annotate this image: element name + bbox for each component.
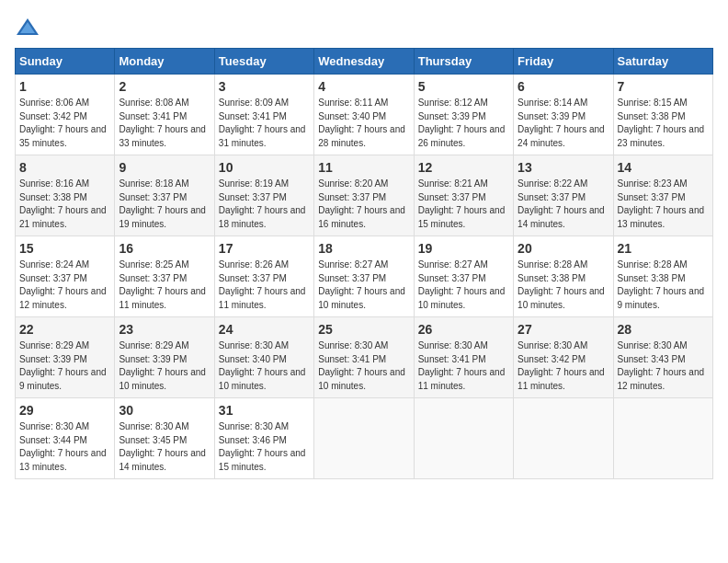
calendar-cell: 23Sunrise: 8:29 AMSunset: 3:39 PMDayligh… bbox=[115, 317, 214, 398]
col-saturday: Saturday bbox=[613, 49, 712, 75]
day-number: 24 bbox=[219, 322, 310, 337]
calendar-week-row: 22Sunrise: 8:29 AMSunset: 3:39 PMDayligh… bbox=[16, 317, 713, 398]
header-row: Sunday Monday Tuesday Wednesday Thursday… bbox=[16, 49, 713, 75]
day-number: 25 bbox=[318, 322, 409, 337]
calendar-cell: 9Sunrise: 8:18 AMSunset: 3:37 PMDaylight… bbox=[115, 155, 214, 236]
day-info: Sunrise: 8:14 AMSunset: 3:39 PMDaylight:… bbox=[518, 97, 609, 150]
day-number: 13 bbox=[518, 160, 609, 175]
calendar-cell: 15Sunrise: 8:24 AMSunset: 3:37 PMDayligh… bbox=[16, 236, 115, 317]
calendar-cell: 30Sunrise: 8:30 AMSunset: 3:45 PMDayligh… bbox=[115, 398, 214, 479]
calendar-cell: 24Sunrise: 8:30 AMSunset: 3:40 PMDayligh… bbox=[214, 317, 313, 398]
day-info: Sunrise: 8:25 AMSunset: 3:37 PMDaylight:… bbox=[119, 259, 210, 312]
day-info: Sunrise: 8:30 AMSunset: 3:44 PMDaylight:… bbox=[19, 420, 110, 474]
day-info: Sunrise: 8:20 AMSunset: 3:37 PMDaylight:… bbox=[318, 178, 409, 231]
calendar-cell: 11Sunrise: 8:20 AMSunset: 3:37 PMDayligh… bbox=[314, 155, 414, 236]
calendar-cell: 13Sunrise: 8:22 AMSunset: 3:37 PMDayligh… bbox=[514, 155, 613, 236]
calendar-cell: 27Sunrise: 8:30 AMSunset: 3:42 PMDayligh… bbox=[514, 317, 613, 398]
day-info: Sunrise: 8:12 AMSunset: 3:39 PMDaylight:… bbox=[418, 97, 509, 150]
day-info: Sunrise: 8:19 AMSunset: 3:37 PMDaylight:… bbox=[219, 178, 310, 231]
day-number: 19 bbox=[418, 241, 509, 256]
day-info: Sunrise: 8:22 AMSunset: 3:37 PMDaylight:… bbox=[518, 178, 609, 231]
calendar-header: Sunday Monday Tuesday Wednesday Thursday… bbox=[16, 49, 713, 75]
logo-icon bbox=[15, 15, 40, 40]
calendar-cell: 22Sunrise: 8:29 AMSunset: 3:39 PMDayligh… bbox=[16, 317, 115, 398]
day-number: 9 bbox=[119, 160, 210, 175]
calendar-cell bbox=[514, 398, 613, 479]
day-number: 30 bbox=[119, 403, 210, 418]
calendar-cell: 17Sunrise: 8:26 AMSunset: 3:37 PMDayligh… bbox=[214, 236, 313, 317]
calendar-cell: 2Sunrise: 8:08 AMSunset: 3:41 PMDaylight… bbox=[115, 75, 214, 155]
day-number: 8 bbox=[19, 160, 110, 175]
calendar-cell: 26Sunrise: 8:30 AMSunset: 3:41 PMDayligh… bbox=[414, 317, 513, 398]
calendar-cell: 12Sunrise: 8:21 AMSunset: 3:37 PMDayligh… bbox=[414, 155, 513, 236]
calendar-cell: 19Sunrise: 8:27 AMSunset: 3:37 PMDayligh… bbox=[414, 236, 513, 317]
day-info: Sunrise: 8:15 AMSunset: 3:38 PMDaylight:… bbox=[618, 97, 709, 150]
day-info: Sunrise: 8:21 AMSunset: 3:37 PMDaylight:… bbox=[418, 178, 509, 231]
day-info: Sunrise: 8:11 AMSunset: 3:40 PMDaylight:… bbox=[318, 97, 409, 150]
calendar-cell bbox=[414, 398, 513, 479]
day-number: 10 bbox=[219, 160, 310, 175]
day-number: 22 bbox=[19, 322, 110, 337]
col-tuesday: Tuesday bbox=[214, 49, 313, 75]
header bbox=[15, 15, 713, 40]
day-info: Sunrise: 8:30 AMSunset: 3:41 PMDaylight:… bbox=[318, 339, 409, 393]
calendar-week-row: 1Sunrise: 8:06 AMSunset: 3:42 PMDaylight… bbox=[16, 75, 713, 155]
day-info: Sunrise: 8:30 AMSunset: 3:43 PMDaylight:… bbox=[618, 339, 709, 393]
day-number: 6 bbox=[518, 79, 609, 94]
day-info: Sunrise: 8:28 AMSunset: 3:38 PMDaylight:… bbox=[518, 259, 609, 312]
calendar-cell: 4Sunrise: 8:11 AMSunset: 3:40 PMDaylight… bbox=[314, 75, 414, 155]
day-number: 27 bbox=[518, 322, 609, 337]
day-info: Sunrise: 8:08 AMSunset: 3:41 PMDaylight:… bbox=[119, 97, 210, 150]
day-number: 31 bbox=[219, 403, 310, 418]
day-number: 26 bbox=[418, 322, 509, 337]
day-number: 1 bbox=[19, 79, 110, 94]
calendar-cell bbox=[613, 398, 712, 479]
day-info: Sunrise: 8:26 AMSunset: 3:37 PMDaylight:… bbox=[219, 259, 310, 312]
day-info: Sunrise: 8:09 AMSunset: 3:41 PMDaylight:… bbox=[219, 97, 310, 150]
day-number: 29 bbox=[19, 403, 110, 418]
calendar-cell: 25Sunrise: 8:30 AMSunset: 3:41 PMDayligh… bbox=[314, 317, 414, 398]
calendar-cell: 28Sunrise: 8:30 AMSunset: 3:43 PMDayligh… bbox=[613, 317, 712, 398]
calendar-cell: 1Sunrise: 8:06 AMSunset: 3:42 PMDaylight… bbox=[16, 75, 115, 155]
day-info: Sunrise: 8:30 AMSunset: 3:46 PMDaylight:… bbox=[219, 420, 310, 474]
day-info: Sunrise: 8:28 AMSunset: 3:38 PMDaylight:… bbox=[618, 259, 709, 312]
day-number: 28 bbox=[618, 322, 709, 337]
calendar-cell: 5Sunrise: 8:12 AMSunset: 3:39 PMDaylight… bbox=[414, 75, 513, 155]
logo bbox=[15, 15, 44, 40]
calendar-table: Sunday Monday Tuesday Wednesday Thursday… bbox=[15, 48, 713, 479]
day-info: Sunrise: 8:30 AMSunset: 3:45 PMDaylight:… bbox=[119, 420, 210, 474]
calendar-cell: 7Sunrise: 8:15 AMSunset: 3:38 PMDaylight… bbox=[613, 75, 712, 155]
day-number: 14 bbox=[618, 160, 709, 175]
calendar-week-row: 8Sunrise: 8:16 AMSunset: 3:38 PMDaylight… bbox=[16, 155, 713, 236]
day-number: 5 bbox=[418, 79, 509, 94]
col-wednesday: Wednesday bbox=[314, 49, 414, 75]
day-number: 7 bbox=[618, 79, 709, 94]
calendar-body: 1Sunrise: 8:06 AMSunset: 3:42 PMDaylight… bbox=[16, 75, 713, 479]
calendar-cell: 18Sunrise: 8:27 AMSunset: 3:37 PMDayligh… bbox=[314, 236, 414, 317]
calendar-cell: 8Sunrise: 8:16 AMSunset: 3:38 PMDaylight… bbox=[16, 155, 115, 236]
calendar-week-row: 15Sunrise: 8:24 AMSunset: 3:37 PMDayligh… bbox=[16, 236, 713, 317]
calendar-cell: 21Sunrise: 8:28 AMSunset: 3:38 PMDayligh… bbox=[613, 236, 712, 317]
day-number: 20 bbox=[518, 241, 609, 256]
day-number: 2 bbox=[119, 79, 210, 94]
calendar-week-row: 29Sunrise: 8:30 AMSunset: 3:44 PMDayligh… bbox=[16, 398, 713, 479]
day-number: 4 bbox=[318, 79, 409, 94]
day-number: 17 bbox=[219, 241, 310, 256]
day-info: Sunrise: 8:18 AMSunset: 3:37 PMDaylight:… bbox=[119, 178, 210, 231]
day-info: Sunrise: 8:30 AMSunset: 3:41 PMDaylight:… bbox=[418, 339, 509, 393]
day-info: Sunrise: 8:30 AMSunset: 3:42 PMDaylight:… bbox=[518, 339, 609, 393]
day-info: Sunrise: 8:24 AMSunset: 3:37 PMDaylight:… bbox=[19, 259, 110, 312]
day-info: Sunrise: 8:27 AMSunset: 3:37 PMDaylight:… bbox=[318, 259, 409, 312]
col-thursday: Thursday bbox=[414, 49, 513, 75]
calendar-cell: 14Sunrise: 8:23 AMSunset: 3:37 PMDayligh… bbox=[613, 155, 712, 236]
day-info: Sunrise: 8:30 AMSunset: 3:40 PMDaylight:… bbox=[219, 339, 310, 393]
calendar-cell: 16Sunrise: 8:25 AMSunset: 3:37 PMDayligh… bbox=[115, 236, 214, 317]
day-number: 15 bbox=[19, 241, 110, 256]
calendar-cell: 10Sunrise: 8:19 AMSunset: 3:37 PMDayligh… bbox=[214, 155, 313, 236]
day-number: 21 bbox=[618, 241, 709, 256]
day-info: Sunrise: 8:16 AMSunset: 3:38 PMDaylight:… bbox=[19, 178, 110, 231]
calendar-cell: 20Sunrise: 8:28 AMSunset: 3:38 PMDayligh… bbox=[514, 236, 613, 317]
day-info: Sunrise: 8:23 AMSunset: 3:37 PMDaylight:… bbox=[618, 178, 709, 231]
day-info: Sunrise: 8:29 AMSunset: 3:39 PMDaylight:… bbox=[119, 339, 210, 393]
calendar-cell: 31Sunrise: 8:30 AMSunset: 3:46 PMDayligh… bbox=[214, 398, 313, 479]
